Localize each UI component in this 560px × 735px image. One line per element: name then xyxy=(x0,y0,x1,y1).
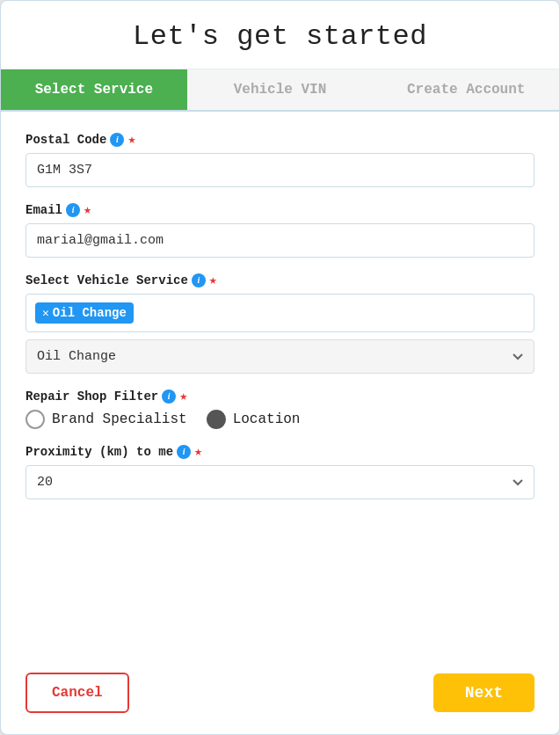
page-title: Let's get started xyxy=(1,1,559,69)
proximity-info-icon[interactable]: i xyxy=(177,445,191,459)
radio-circle-location xyxy=(207,410,226,429)
next-button[interactable]: Next xyxy=(433,673,535,712)
email-group: Email i ★ xyxy=(25,201,535,258)
proximity-label: Proximity (km) to me i ★ xyxy=(25,443,535,460)
radio-location[interactable]: Location xyxy=(207,410,301,429)
vehicle-service-required: ★ xyxy=(209,272,217,288)
repair-shop-filter-info-icon[interactable]: i xyxy=(162,389,176,404)
tab-select-service[interactable]: Select Service xyxy=(1,69,187,110)
radio-group: Brand Specialist Location xyxy=(25,410,535,429)
tabs-bar: Select Service Vehicle VIN Create Accoun… xyxy=(1,69,559,112)
postal-code-required: ★ xyxy=(127,131,135,148)
repair-shop-filter-required: ★ xyxy=(179,388,187,404)
email-input[interactable] xyxy=(25,223,535,258)
tab-vehicle-vin[interactable]: Vehicle VIN xyxy=(187,69,374,110)
form-area: Postal Code i ★ Email i ★ Select Vehicle… xyxy=(1,112,559,657)
cancel-button[interactable]: Cancel xyxy=(25,673,129,713)
proximity-required: ★ xyxy=(194,443,202,460)
vehicle-service-dropdown-wrapper: Oil Change Tire Change Brake Service Bat… xyxy=(25,339,535,374)
vehicle-service-select[interactable]: Oil Change Tire Change Brake Service Bat… xyxy=(25,339,535,374)
vehicle-service-info-icon[interactable]: i xyxy=(192,273,206,287)
tag-remove-icon[interactable]: ✕ xyxy=(42,306,49,320)
postal-code-label: Postal Code i ★ xyxy=(25,131,535,148)
email-required: ★ xyxy=(84,201,91,218)
radio-circle-brand-specialist xyxy=(25,410,45,429)
postal-code-group: Postal Code i ★ xyxy=(25,131,535,187)
vehicle-service-group: Select Vehicle Service i ★ ✕ Oil Change … xyxy=(25,272,535,374)
vehicle-service-tags-area: ✕ Oil Change xyxy=(25,294,535,332)
postal-code-input[interactable] xyxy=(25,153,535,187)
radio-brand-specialist[interactable]: Brand Specialist xyxy=(25,410,187,429)
proximity-select[interactable]: 5 10 20 50 100 xyxy=(25,465,535,499)
repair-shop-filter-group: Repair Shop Filter i ★ Brand Specialist … xyxy=(25,388,535,429)
email-info-icon[interactable]: i xyxy=(66,203,80,217)
repair-shop-filter-label: Repair Shop Filter i ★ xyxy=(25,388,535,404)
tab-create-account[interactable]: Create Account xyxy=(373,69,559,110)
email-label: Email i ★ xyxy=(25,201,535,218)
proximity-group: Proximity (km) to me i ★ 5 10 20 50 100 xyxy=(25,443,535,499)
postal-code-info-icon[interactable]: i xyxy=(110,133,124,147)
footer-buttons: Cancel Next xyxy=(1,657,559,734)
main-card: Let's get started Select Service Vehicle… xyxy=(0,0,560,735)
vehicle-service-label: Select Vehicle Service i ★ xyxy=(25,272,535,288)
selected-service-tag[interactable]: ✕ Oil Change xyxy=(35,302,134,324)
